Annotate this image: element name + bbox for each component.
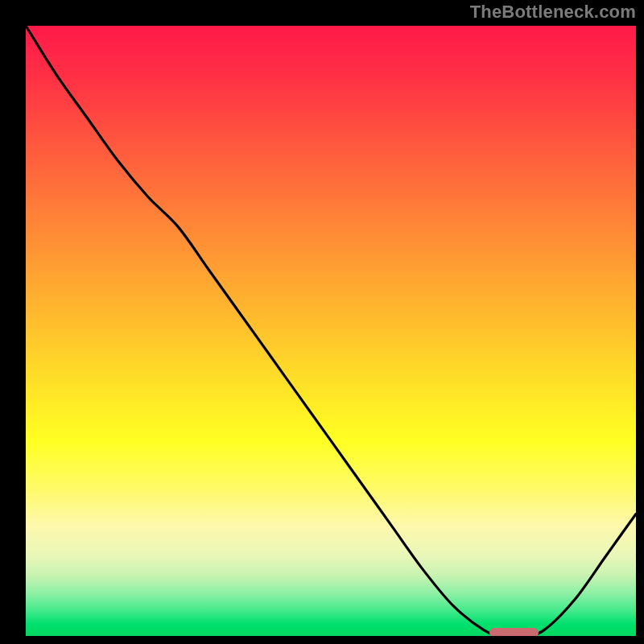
bottleneck-curve	[26, 26, 636, 636]
plot-area	[26, 26, 636, 636]
optimum-marker	[489, 628, 539, 636]
watermark-label: TheBottleneck.com	[470, 3, 636, 21]
chart-frame: TheBottleneck.com	[0, 0, 644, 644]
